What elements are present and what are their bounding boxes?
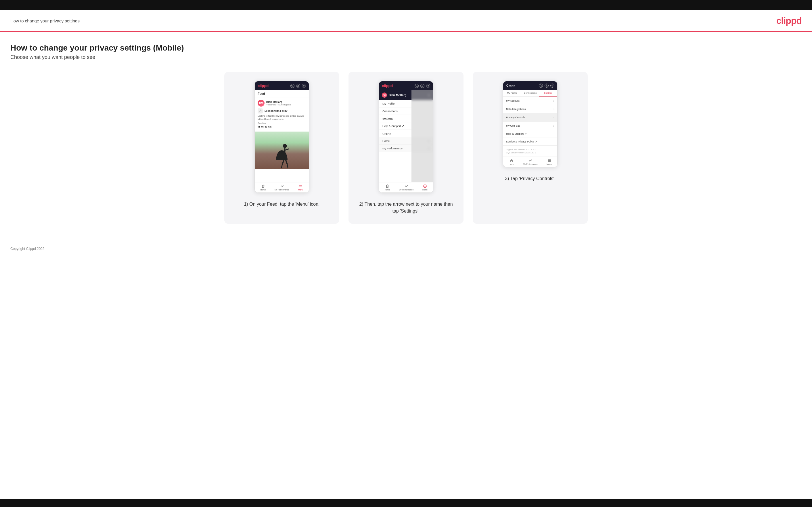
phone-bottom-nav-2: Home My Performance Menu — [379, 182, 433, 192]
svg-point-18 — [416, 85, 417, 86]
phone-header-2: clippd — [379, 81, 433, 90]
settings-data-integrations-label: Data Integrations — [506, 108, 526, 111]
profile-icon-2[interactable] — [420, 84, 424, 88]
settings-item-data-integrations[interactable]: Data Integrations › — [503, 105, 557, 113]
step-2-card: clippd — [349, 72, 463, 224]
post-type-icon — [258, 108, 263, 113]
phone-body-1: Feed BM Blair McHarg Yesterday · Sunning… — [255, 90, 309, 182]
post-user-name: Blair McHarg — [266, 101, 291, 103]
search-icon-3[interactable] — [539, 83, 543, 88]
header-title: How to change your privacy settings — [10, 18, 80, 23]
settings-icon-2[interactable] — [426, 84, 430, 88]
phone-header-1: clippd — [255, 81, 309, 90]
chevron-right-icon-privacy: › — [553, 116, 554, 119]
nav-menu-2-label: Menu — [422, 189, 427, 191]
search-icon-2[interactable] — [415, 84, 419, 88]
chevron-right-icon-golf: › — [553, 124, 554, 127]
nav-performance-3-label: My Performance — [523, 163, 538, 165]
phone-logo-1: clippd — [258, 83, 268, 88]
main-content: How to change your privacy settings (Mob… — [0, 32, 812, 241]
clippd-logo: clippd — [776, 15, 802, 26]
profile-icon[interactable] — [296, 84, 300, 88]
svg-point-3 — [303, 85, 304, 86]
svg-point-29 — [552, 85, 553, 86]
post-desc: Looking to feel like my hands are exitin… — [258, 115, 306, 121]
settings-list: My Account › Data Integrations › Privacy… — [503, 97, 557, 157]
phone-icons-3 — [539, 83, 554, 88]
svg-line-11 — [285, 157, 288, 165]
svg-point-28 — [546, 85, 547, 86]
phone-mockup-1: clippd Feed — [254, 81, 309, 193]
nav-home-label: Home — [260, 189, 266, 191]
settings-tabs: My Profile Connections Settings — [503, 90, 557, 97]
svg-line-13 — [288, 165, 288, 168]
settings-help-label: Help & Support ↗ — [506, 132, 527, 135]
page-heading: How to change your privacy settings (Mob… — [10, 43, 802, 53]
settings-item-help[interactable]: Help & Support ↗ — [503, 130, 557, 138]
step-1-caption: 1) On your Feed, tap the 'Menu' icon. — [244, 201, 319, 208]
profile-icon-3[interactable] — [545, 83, 549, 88]
phone-bottom-nav-3: Home My Performance Menu — [503, 157, 557, 167]
copyright: Copyright Clippd 2022 — [10, 247, 45, 251]
svg-line-10 — [283, 157, 285, 165]
chevron-right-icon-account: › — [553, 99, 554, 103]
footer: Copyright Clippd 2022 — [0, 241, 812, 257]
settings-item-privacy-controls[interactable]: Privacy Controls › — [503, 113, 557, 122]
tab-my-profile[interactable]: My Profile — [503, 90, 521, 97]
chevron-right-icon-data: › — [553, 107, 554, 111]
svg-line-27 — [541, 86, 542, 87]
svg-rect-22 — [387, 186, 388, 187]
settings-icon-3[interactable] — [550, 83, 554, 88]
menu-item-settings-label: Settings — [383, 117, 393, 120]
svg-point-0 — [292, 85, 293, 86]
settings-item-golf-bag[interactable]: My Golf Bag › — [503, 122, 557, 130]
svg-line-19 — [417, 86, 417, 87]
step-3-caption: 3) Tap 'Privacy Controls'. — [505, 175, 556, 182]
tab-connections[interactable]: Connections — [521, 90, 540, 97]
top-bar — [0, 0, 812, 10]
nav-performance[interactable]: My Performance — [274, 184, 289, 191]
settings-item-service-policy[interactable]: Service & Privacy Policy ↗ — [503, 138, 557, 146]
post-title-row: Lesson with Fordy — [258, 108, 306, 113]
svg-rect-14 — [262, 186, 264, 187]
settings-golf-bag-label: My Golf Bag — [506, 124, 520, 127]
feed-tab: Feed — [255, 90, 309, 97]
step-2-caption: 2) Then, tap the arrow next to your name… — [357, 201, 455, 215]
blur-overlay — [411, 90, 433, 182]
post-title: Lesson with Fordy — [264, 109, 288, 112]
version-server: GQL Server Version: 2022.7.30-1 — [506, 151, 554, 154]
steps-row: clippd Feed — [10, 72, 802, 224]
post-duration-value: 01 hr : 30 min — [258, 125, 306, 128]
svg-point-6 — [283, 144, 287, 148]
svg-line-1 — [293, 86, 293, 87]
menu-item-connections-label: Connections — [383, 109, 398, 113]
nav-performance-3[interactable]: My Performance — [523, 159, 538, 165]
tab-settings[interactable]: Settings — [539, 90, 557, 97]
nav-menu[interactable]: Menu — [298, 184, 303, 191]
settings-icon[interactable] — [302, 84, 306, 88]
header: How to change your privacy settings clip… — [0, 10, 812, 32]
svg-point-26 — [540, 85, 542, 86]
nav-menu-3-label: Menu — [547, 163, 552, 165]
settings-version: Clippd Client Version: 2022.8.3-3 GQL Se… — [503, 146, 557, 157]
search-icon[interactable] — [291, 84, 295, 88]
menu-avatar: BM — [382, 93, 387, 98]
post-user: BM Blair McHarg Yesterday · Sunningdale — [258, 100, 306, 107]
back-button[interactable]: Back — [506, 84, 515, 87]
settings-service-policy-label: Service & Privacy Policy ↗ — [506, 140, 537, 143]
menu-section-home-label: Home — [383, 139, 390, 143]
settings-privacy-controls-label: Privacy Controls — [506, 116, 525, 119]
phone-icons-2 — [415, 84, 430, 88]
menu-section-performance-label: My Performance — [383, 147, 403, 150]
nav-home-3[interactable]: Home — [509, 159, 514, 165]
nav-home-2[interactable]: Home — [385, 184, 390, 191]
nav-menu-2[interactable]: Menu — [422, 184, 427, 191]
nav-home-2-label: Home — [385, 189, 390, 191]
step-3-card: Back My — [473, 72, 588, 224]
nav-menu-3[interactable]: Menu — [547, 159, 552, 165]
phone-bottom-nav-1: Home My Performance Menu — [255, 182, 309, 192]
nav-performance-label: My Performance — [274, 189, 289, 191]
settings-item-my-account[interactable]: My Account › — [503, 97, 557, 105]
nav-performance-2[interactable]: My Performance — [399, 184, 413, 191]
nav-home[interactable]: Home — [260, 184, 266, 191]
